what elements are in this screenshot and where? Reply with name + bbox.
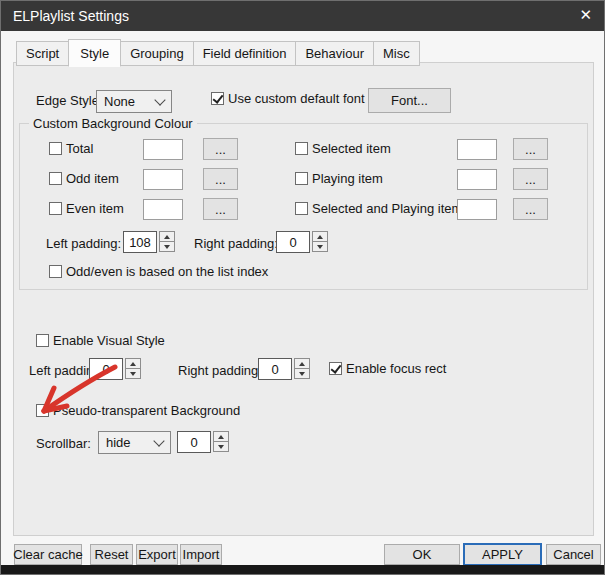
- odd-item-colour-picker-button[interactable]: ...: [203, 168, 238, 190]
- edge-style-select[interactable]: None: [96, 90, 172, 113]
- checkbox-label: Playing item: [312, 171, 383, 186]
- right-padding2-spinner[interactable]: 0: [258, 358, 310, 380]
- playing-item-checkbox[interactable]: Playing item: [295, 171, 383, 186]
- spin-buttons: [213, 431, 229, 453]
- tab-style[interactable]: Style: [68, 39, 121, 67]
- selected-item-checkbox[interactable]: Selected item: [295, 141, 391, 156]
- reset-button[interactable]: Reset: [90, 544, 133, 565]
- export-button[interactable]: Export: [136, 544, 178, 565]
- spin-down-icon[interactable]: [213, 441, 229, 452]
- checkbox-box: [295, 172, 308, 185]
- bottom-edge-strip: [1, 565, 604, 574]
- red-annotation-arrow: [29, 361, 121, 419]
- odd-even-list-index-checkbox[interactable]: Odd/even is based on the list index: [49, 264, 268, 279]
- checkbox-label: Even item: [66, 201, 124, 216]
- checkbox-box: [295, 142, 308, 155]
- tab-grouping[interactable]: Grouping: [120, 41, 193, 66]
- playing-item-colour-picker-button[interactable]: ...: [513, 168, 548, 190]
- checkbox-label: Odd/even is based on the list index: [66, 264, 268, 279]
- enable-visual-style-checkbox[interactable]: Enable Visual Style: [36, 333, 165, 348]
- spinner-value[interactable]: 108: [123, 231, 157, 253]
- chevron-down-icon: [154, 94, 165, 105]
- window-title: ELPlaylist Settings: [13, 8, 129, 24]
- tab-misc[interactable]: Misc: [373, 41, 420, 66]
- chevron-down-icon: [153, 435, 164, 446]
- total-colour-picker-button[interactable]: ...: [203, 138, 238, 160]
- spinner-value[interactable]: 0: [276, 231, 310, 253]
- even-item-colour-picker-button[interactable]: ...: [203, 198, 238, 220]
- right-padding-spinner[interactable]: 0: [276, 231, 328, 253]
- clear-cache-button[interactable]: Clear cache: [14, 544, 82, 565]
- spin-down-icon[interactable]: [312, 241, 328, 252]
- checkbox-box: [49, 172, 62, 185]
- ok-button[interactable]: OK: [384, 544, 460, 565]
- checkbox-box: [211, 92, 224, 105]
- edge-style-value: None: [104, 94, 135, 109]
- spin-down-icon[interactable]: [159, 241, 175, 252]
- spin-buttons: [312, 231, 328, 253]
- enable-focus-rect-checkbox[interactable]: Enable focus rect: [329, 361, 446, 376]
- checkbox-box: [295, 202, 308, 215]
- even-item-colour-swatch: [143, 199, 183, 220]
- odd-item-checkbox[interactable]: Odd item: [49, 171, 119, 186]
- left-padding-label: Left padding:: [46, 236, 121, 251]
- selected-and-playing-item-colour-swatch: [457, 199, 497, 220]
- scrollbar-spinner[interactable]: 0: [177, 431, 229, 453]
- checkbox-box: [329, 362, 342, 375]
- scrollbar-label: Scrollbar:: [36, 436, 91, 451]
- checkbox-box: [49, 202, 62, 215]
- apply-button[interactable]: APPLY: [463, 543, 542, 566]
- spin-buttons: [294, 358, 310, 380]
- selected-and-playing-item-colour-picker-button[interactable]: ...: [513, 198, 548, 220]
- checkbox-label: Selected item: [312, 141, 391, 156]
- spinner-value[interactable]: 0: [177, 431, 211, 453]
- font-button[interactable]: Font...: [368, 88, 451, 113]
- total-colour-swatch: [143, 139, 183, 160]
- cancel-button[interactable]: Cancel: [546, 544, 601, 565]
- scrollbar-value: hide: [106, 435, 131, 450]
- close-icon[interactable]: ✕: [579, 6, 592, 24]
- spin-down-icon[interactable]: [294, 368, 310, 379]
- right-padding-label: Right padding:: [194, 236, 278, 251]
- spinner-value[interactable]: 0: [258, 358, 292, 380]
- checkbox-box: [49, 265, 62, 278]
- use-custom-font-checkbox[interactable]: Use custom default font: [211, 91, 365, 106]
- even-item-checkbox[interactable]: Even item: [49, 201, 124, 216]
- checkbox-box: [49, 142, 62, 155]
- tab-field-definition[interactable]: Field definition: [193, 41, 297, 66]
- left-padding-spinner[interactable]: 108: [123, 231, 175, 253]
- titlebar: ELPlaylist Settings ✕: [1, 1, 604, 31]
- selected-item-colour-picker-button[interactable]: ...: [513, 138, 548, 160]
- spin-down-icon[interactable]: [125, 368, 141, 379]
- selected-and-playing-item-checkbox[interactable]: Selected and Playing item: [295, 201, 462, 216]
- spin-buttons: [125, 358, 141, 380]
- checkbox-box: [36, 334, 49, 347]
- checkbox-label: Odd item: [66, 171, 119, 186]
- edge-style-label: Edge Style:: [36, 93, 103, 108]
- selected-item-colour-swatch: [457, 139, 497, 160]
- total-checkbox[interactable]: Total: [49, 141, 93, 156]
- checkbox-label: Enable focus rect: [346, 361, 446, 376]
- right-padding2-label: Right padding:: [178, 363, 262, 378]
- group-title: Custom Background Colour: [29, 116, 197, 131]
- odd-item-colour-swatch: [143, 169, 183, 190]
- checkbox-label: Use custom default font: [228, 91, 365, 106]
- tab-bar: Script Style Grouping Field definition B…: [16, 39, 420, 66]
- checkbox-label: Total: [66, 141, 93, 156]
- tab-script[interactable]: Script: [16, 41, 69, 66]
- scrollbar-select[interactable]: hide: [98, 431, 171, 454]
- checkbox-label: Enable Visual Style: [53, 333, 165, 348]
- elplaylist-settings-dialog: ELPlaylist Settings ✕ Script Style Group…: [0, 0, 605, 575]
- playing-item-colour-swatch: [457, 169, 497, 190]
- spin-buttons: [159, 231, 175, 253]
- checkbox-label: Selected and Playing item: [312, 201, 462, 216]
- tab-behaviour[interactable]: Behaviour: [295, 41, 374, 66]
- import-button[interactable]: Import: [180, 544, 222, 565]
